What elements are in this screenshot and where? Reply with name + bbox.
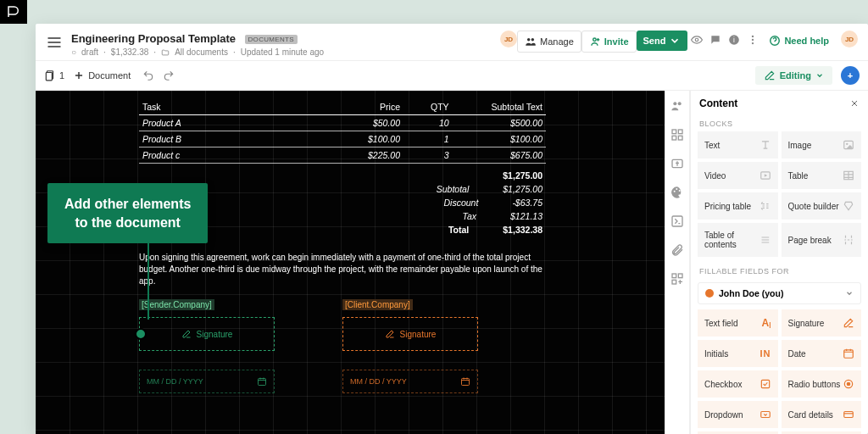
svg-point-23 [679,190,681,192]
content-panel: Content BLOCKS TextImageVideoTablePricin… [690,91,868,434]
svg-point-15 [678,102,682,105]
svg-point-8 [752,42,754,44]
fields-section-label: FILLABLE FIELDS FOR [691,264,868,279]
table-row: Product A$50.0010$500.00 [139,115,546,131]
menu-icon[interactable] [46,34,63,51]
svg-rect-25 [672,274,676,278]
svg-rect-26 [678,274,682,278]
block-table[interactable]: Table [782,162,862,189]
chevron-down-icon [815,71,824,80]
block-image[interactable]: Image [782,131,862,159]
svg-rect-16 [672,130,676,134]
more-icon[interactable] [743,31,762,53]
sender-date-field[interactable]: MM / DD / YYYY [139,370,275,393]
blocks-section-label: BLOCKS [691,116,868,131]
client-company-token[interactable]: [Client.Company] [342,299,413,310]
sender-company-token[interactable]: [Sender.Company] [139,299,214,310]
field-radio[interactable]: Radio buttons [782,370,862,398]
page-indicator[interactable]: 1 [44,70,64,81]
send-button[interactable]: Send [637,31,688,51]
doc-meta: ○ draft· $1,332.38· All documents· Updat… [71,47,324,57]
document-canvas[interactable]: Task Price QTY Subtotal Text Product A$5… [36,91,665,434]
block-pricing[interactable]: Pricing table [698,192,778,220]
rail-design-icon[interactable] [670,186,684,203]
calendar-icon [460,376,470,387]
editing-mode-button[interactable]: Editing [755,66,832,85]
field-dd[interactable]: Dropdown [698,401,778,428]
svg-rect-18 [672,136,676,140]
brand-logo [0,0,27,24]
field-A[interactable]: Text fieldA| [698,309,778,337]
client-signature-field[interactable]: Signature [342,317,478,351]
field-sig[interactable]: Signature [782,309,862,337]
invite-button[interactable]: Invite [581,31,637,53]
svg-rect-33 [761,380,769,387]
user-avatar[interactable]: JD [841,31,858,47]
block-toc[interactable]: Table of contents [698,223,778,257]
svg-point-7 [752,39,754,41]
calendar-icon [257,376,267,387]
redo-icon[interactable] [163,70,175,81]
svg-point-0 [527,38,531,42]
svg-point-14 [673,102,676,105]
manage-button[interactable]: Manage [517,31,581,53]
undo-icon[interactable] [142,70,154,81]
svg-rect-37 [844,412,854,418]
rail-attachment-icon[interactable] [670,243,684,260]
svg-point-2 [593,38,596,42]
svg-rect-17 [678,130,682,134]
block-pagebreak[interactable]: Page break [782,223,862,257]
help-button[interactable]: Need help [762,31,836,51]
svg-point-6 [752,36,754,37]
table-row: Product B$100.001$100.00 [139,131,546,147]
rail-variables-icon[interactable] [670,128,684,145]
field-card[interactable]: Card details [782,401,862,428]
svg-point-35 [847,382,850,386]
svg-point-3 [696,38,699,42]
svg-rect-32 [844,350,854,358]
table-row: Product c$225.003$675.00 [139,147,546,164]
preview-icon[interactable] [687,31,706,53]
chevron-down-icon [669,35,681,47]
add-content-button[interactable]: + [841,66,860,85]
field-IN[interactable]: InitialsIN [698,340,778,367]
svg-rect-27 [672,280,676,284]
pricing-table: Task Price QTY Subtotal Text Product A$5… [139,99,546,164]
side-rail [665,91,690,434]
assignee-color-dot [705,289,714,298]
svg-point-21 [674,191,676,192]
close-icon[interactable] [849,98,860,108]
svg-point-29 [846,143,848,145]
doc-type-chip: DOCUMENTS [245,35,298,44]
info-icon[interactable]: i [725,31,743,53]
chevron-down-icon [845,289,854,298]
svg-rect-13 [462,379,470,386]
block-text[interactable]: Text [698,131,778,159]
rail-people-icon[interactable] [670,99,684,116]
block-video[interactable]: Video [698,162,778,189]
field-check[interactable]: Checkbox [698,370,778,398]
svg-point-1 [531,38,535,42]
assignee-selector[interactable]: John Doe (you) [698,282,861,304]
svg-rect-12 [259,379,266,386]
svg-rect-19 [678,136,682,140]
panel-title: Content [699,97,737,109]
rail-apps-icon[interactable] [670,272,684,289]
doc-title: Engineering Proposal Template [71,32,236,45]
field-date[interactable]: Date [782,340,862,367]
block-quote[interactable]: Quote builder [782,192,862,220]
rail-pricing-icon[interactable] [670,157,684,174]
svg-rect-11 [46,73,52,81]
sender-signature-field[interactable]: Signature [139,317,275,351]
avatar[interactable]: JD [500,31,517,47]
svg-rect-36 [760,412,770,418]
svg-text:i: i [734,36,736,44]
agreement-paragraph: Upon signing this agreement, work can be… [139,252,546,287]
svg-point-22 [676,188,677,190]
comment-icon[interactable] [706,31,725,53]
client-date-field[interactable]: MM / DD / YYYY [342,370,478,393]
add-document-button[interactable]: Document [73,70,131,81]
tutorial-callout: Add other elements to the document [47,183,208,243]
rail-workflow-icon[interactable] [670,214,684,231]
